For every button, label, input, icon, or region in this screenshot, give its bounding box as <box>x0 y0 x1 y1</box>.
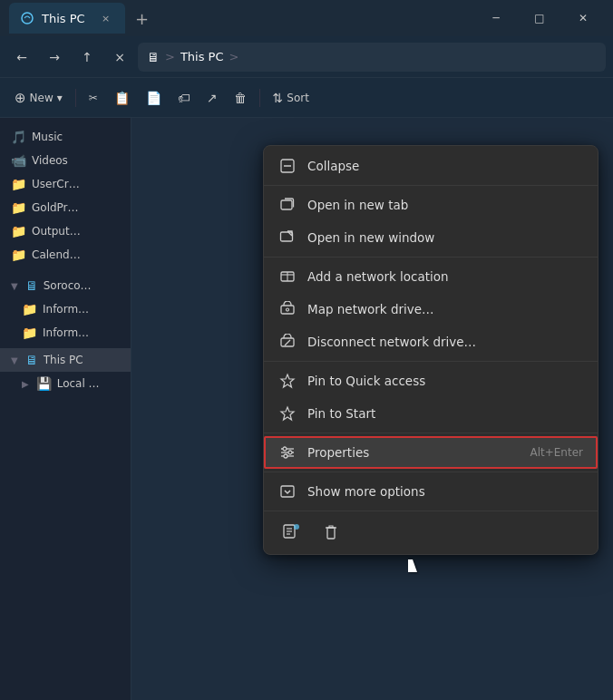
sort-icon: ⇅ <box>273 91 284 105</box>
cursor <box>408 559 419 578</box>
usercr-icon: 📁 <box>11 177 26 191</box>
sidebar-item-thispc[interactable]: ▼ 🖥 This PC <box>0 348 131 372</box>
new-button[interactable]: ⊕ New ▾ <box>7 83 70 112</box>
divider-6 <box>264 510 598 511</box>
sidebar-item-inform2[interactable]: 📁 Inform… <box>0 321 131 345</box>
svg-point-10 <box>287 308 289 311</box>
sidebar-item-inform1[interactable]: 📁 Inform… <box>0 297 131 321</box>
soroco-icon: 🖥 <box>25 278 38 293</box>
sidebar: 🎵 Music 📹 Videos 📁 UserCr… 📁 GoldPr… 📁 O… <box>0 118 131 700</box>
properties-icon <box>278 443 297 462</box>
copy-path-button[interactable]: 📋 <box>107 83 137 112</box>
svg-rect-4 <box>281 232 293 241</box>
sidebar-item-calend[interactable]: 📁 Calend… <box>0 243 131 267</box>
menu-item-pin-quick[interactable]: Pin to Quick access <box>264 365 598 397</box>
cut-icon: ✂ <box>89 92 98 104</box>
soroco-expand-icon: ▼ <box>11 281 18 291</box>
up-button[interactable]: ↑ <box>73 43 102 72</box>
calend-icon: 📁 <box>11 248 26 262</box>
menu-item-disconnect-drive[interactable]: Disconnect network drive… <box>264 326 598 358</box>
toolbar-separator-2 <box>259 89 260 107</box>
minimize-button[interactable]: ─ <box>475 0 517 36</box>
properties-shortcut: Alt+Enter <box>530 446 583 459</box>
sidebar-label-goldpr: GoldPr… <box>32 201 79 214</box>
svg-rect-9 <box>281 306 294 314</box>
delete-button[interactable]: 🗑 <box>227 83 254 112</box>
svg-point-0 <box>22 13 33 24</box>
copy-path-icon: 📋 <box>114 91 130 105</box>
new-tab-button[interactable]: + <box>129 5 156 32</box>
menu-item-add-network[interactable]: Add a network location <box>264 260 598 293</box>
rename-button[interactable]: 🏷 <box>170 83 198 112</box>
local-icon: 💾 <box>36 376 52 391</box>
music-icon: 🎵 <box>11 130 26 144</box>
address-monitor-icon: 🖥 <box>147 50 160 64</box>
back-button[interactable]: ← <box>7 43 36 72</box>
sort-button[interactable]: ⇅ Sort <box>266 83 316 112</box>
menu-item-more-options[interactable]: Show more options <box>264 475 598 508</box>
pin-quick-label: Pin to Quick access <box>307 374 425 388</box>
sidebar-item-goldpr[interactable]: 📁 GoldPr… <box>0 196 131 219</box>
cut-button[interactable]: ✂ <box>82 83 105 112</box>
more-options-icon <box>278 482 297 501</box>
address-location: This PC <box>180 50 224 63</box>
map-drive-icon <box>278 300 297 318</box>
divider-1 <box>264 185 598 186</box>
svg-rect-3 <box>281 200 292 209</box>
sort-label: Sort <box>287 92 309 104</box>
divider-2 <box>264 257 598 258</box>
menu-item-open-new-window[interactable]: Open in new window <box>264 221 598 254</box>
menu-item-open-new-tab[interactable]: Open in new tab <box>264 189 598 221</box>
sidebar-item-videos[interactable]: 📹 Videos <box>0 149 131 172</box>
active-tab[interactable]: This PC × <box>9 3 125 34</box>
divider-3 <box>264 361 598 362</box>
divider-4 <box>264 433 598 433</box>
forward-button[interactable]: → <box>40 43 69 72</box>
share-button[interactable]: ↗ <box>199 83 225 112</box>
menu-item-pin-start[interactable]: Pin to Start <box>264 397 598 430</box>
thispc-expand-icon: ▼ <box>11 355 18 365</box>
maximize-button[interactable]: □ <box>519 0 560 36</box>
sidebar-label-calend: Calend… <box>32 248 81 261</box>
menu-bottom-tag-button[interactable] <box>278 520 304 545</box>
add-network-label: Add a network location <box>307 269 449 284</box>
main-area: 🎵 Music 📹 Videos 📁 UserCr… 📁 GoldPr… 📁 O… <box>0 118 613 700</box>
more-options-label: Show more options <box>307 484 425 499</box>
sidebar-label-inform2: Inform… <box>43 326 89 339</box>
sidebar-item-music[interactable]: 🎵 Music <box>0 125 131 149</box>
sidebar-label-videos: Videos <box>32 154 68 167</box>
sidebar-item-local[interactable]: ▶ 💾 Local … <box>0 372 131 395</box>
tab-icon <box>20 11 34 25</box>
inform1-icon: 📁 <box>22 302 37 316</box>
sidebar-item-usercr[interactable]: 📁 UserCr… <box>0 172 131 196</box>
divider-5 <box>264 472 598 472</box>
address-sep1: > <box>165 50 175 63</box>
tab-area: This PC × + <box>9 3 156 34</box>
sidebar-label-usercr: UserCr… <box>32 178 80 190</box>
pin-start-icon <box>278 404 297 423</box>
toolbar: ⊕ New ▾ ✂ 📋 📄 🏷 ↗ 🗑 ⇅ Sort <box>0 78 613 118</box>
goldpr-icon: 📁 <box>11 200 26 215</box>
tab-close-button[interactable]: × <box>98 10 114 26</box>
menu-item-map-drive[interactable]: Map network drive… <box>264 293 598 326</box>
delete-icon: 🗑 <box>234 91 247 105</box>
new-window-icon <box>278 228 297 247</box>
address-sep2: > <box>229 50 239 63</box>
local-expand-icon: ▶ <box>22 379 29 389</box>
menu-item-collapse[interactable]: Collapse <box>264 150 598 182</box>
collapse-icon <box>278 157 297 175</box>
paste-button[interactable]: 📄 <box>139 83 169 112</box>
address-bar[interactable]: 🖥 > This PC > <box>138 43 606 72</box>
window-controls: ─ □ ✕ <box>475 0 604 36</box>
open-new-window-label: Open in new window <box>307 230 434 245</box>
svg-point-19 <box>284 454 287 458</box>
svg-line-12 <box>285 340 290 345</box>
sidebar-item-output[interactable]: 📁 Output… <box>0 219 131 243</box>
new-tab-icon <box>278 196 297 214</box>
sidebar-item-soroco[interactable]: ▼ 🖥 Soroco… <box>0 274 131 297</box>
nav-bar: ← → ↑ × 🖥 > This PC > <box>0 36 613 78</box>
cancel-button[interactable]: × <box>105 43 134 72</box>
menu-item-properties[interactable]: Properties Alt+Enter <box>264 436 598 469</box>
close-button[interactable]: ✕ <box>562 0 604 36</box>
menu-bottom-delete-button[interactable] <box>318 520 344 545</box>
